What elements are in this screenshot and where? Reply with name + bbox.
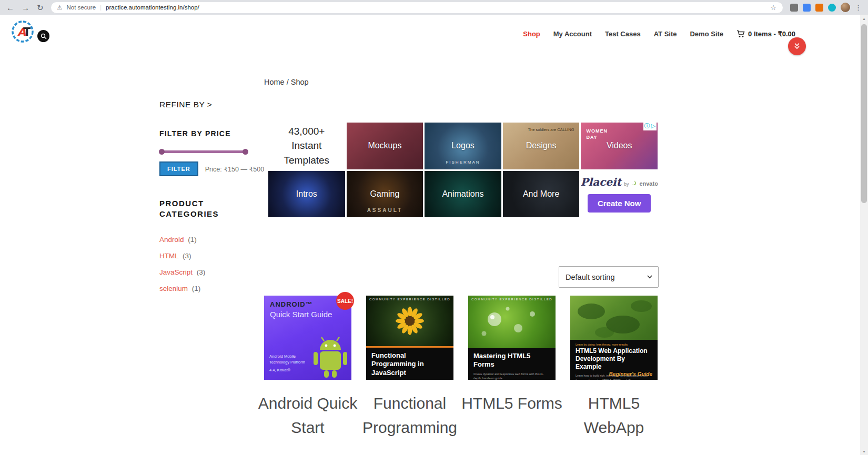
scroll-toggle-button[interactable]: [788, 37, 806, 55]
product-image[interactable]: Learn by doing: less theory, more result…: [570, 296, 658, 380]
cover-title: Mastering HTML5 Forms: [468, 348, 556, 371]
cover-title: Functional Programming in JavaScript: [366, 346, 453, 379]
ad-tile-label: Videos: [607, 141, 632, 150]
product-title[interactable]: Functional Programming: [355, 391, 465, 440]
cart-link[interactable]: 0 Items - ₹0.00: [736, 30, 795, 38]
ad-choices-icon[interactable]: ▷: [651, 123, 655, 129]
ad-tile-designs[interactable]: Designs The soldiers are CALLING: [503, 123, 580, 169]
scrollbar-thumb[interactable]: [861, 24, 867, 203]
nav-item-shop[interactable]: Shop: [523, 30, 540, 38]
bookmark-star-icon[interactable]: ☆: [770, 4, 776, 12]
scroll-up-arrow[interactable]: ▲: [860, 15, 868, 22]
ad-info-icon[interactable]: ⓘ: [644, 122, 650, 130]
security-label: Not secure: [66, 4, 96, 11]
price-slider-max-handle[interactable]: [243, 149, 248, 155]
price-slider-min-handle[interactable]: [159, 149, 165, 155]
product-image[interactable]: ANDROID™ Quick Start Guide Android Mobil…: [264, 296, 351, 380]
extensions-row: ⋮: [790, 3, 862, 12]
ad-tile-animations[interactable]: Animations: [425, 171, 501, 218]
cover-series: Community Experience Distilled: [366, 298, 453, 301]
category-item-selenium: selenium (1): [159, 280, 254, 297]
ad-tile-label: Logos: [451, 141, 475, 150]
cover-photo-sunflower: Community Experience Distilled: [366, 296, 453, 346]
ad-tile-label: Gaming: [370, 189, 399, 199]
breadcrumb-current: Shop: [291, 78, 309, 86]
cover-version: 4.4, KitKat®: [269, 368, 290, 372]
filter-button[interactable]: FILTER: [159, 161, 198, 176]
category-item-android: Android (1): [159, 231, 254, 248]
product-image[interactable]: Community Experience Distilled: [366, 296, 453, 380]
translate-icon[interactable]: [803, 4, 811, 12]
warning-icon: ⚠: [57, 4, 63, 11]
browser-menu-icon[interactable]: ⋮: [855, 4, 862, 12]
category-link-selenium[interactable]: selenium: [159, 285, 188, 292]
ad-choices-badges[interactable]: ⓘ ▷: [643, 122, 657, 130]
ad-tile-and-more[interactable]: And More: [503, 171, 580, 218]
nav-item-demo-site[interactable]: Demo Site: [690, 30, 723, 38]
ad-brand-tile[interactable]: Placeit by envato Create Now: [581, 171, 658, 218]
scroll-down-arrow[interactable]: ▼: [860, 448, 868, 455]
product-title[interactable]: HTML5 WebApp: [559, 391, 669, 440]
category-list: Android (1) HTML (3) JavaScript (3) sele…: [159, 231, 254, 297]
product-title[interactable]: Android Quick Start: [253, 391, 363, 440]
product-card-html5-webapp: Learn by doing: less theory, more result…: [570, 296, 658, 440]
category-count: (3): [197, 268, 206, 276]
envato-wordmark: envato: [639, 180, 658, 187]
double-chevron-down-icon: [793, 42, 801, 50]
browser-toolbar: ← → ↻ ⚠ Not secure | practice.automation…: [0, 0, 868, 15]
ad-tile-label: Intros: [296, 189, 317, 199]
product-title[interactable]: HTML5 Forms: [457, 391, 567, 416]
extension-icon[interactable]: [815, 4, 823, 12]
placeit-logo: Placeit by envato: [581, 176, 658, 188]
category-count: (1): [188, 236, 197, 244]
price-slider-track: [159, 150, 248, 153]
placeit-wordmark: Placeit: [581, 176, 621, 188]
category-link-html[interactable]: HTML: [159, 252, 178, 260]
sorting-select[interactable]: Default sorting: [559, 266, 659, 288]
cover-tagline: Learn by doing: less theory, more result…: [570, 340, 658, 347]
nav-item-my-account[interactable]: My Account: [553, 30, 592, 38]
chevron-down-icon: [647, 275, 652, 279]
site-logo[interactable]: A T: [11, 19, 35, 44]
back-icon[interactable]: ←: [6, 4, 14, 12]
product-card-functional-programming: Community Experience Distilled: [366, 296, 453, 440]
category-link-android[interactable]: Android: [159, 236, 184, 244]
ad-tile-gaming[interactable]: Gaming ASSAULT: [347, 171, 423, 218]
cover-brand: ANDROID™: [270, 300, 313, 308]
ad-decor-text: FISHERMAN: [425, 160, 501, 165]
price-range-label: Price: ₹150 — ₹500: [205, 165, 265, 173]
ad-tile-logos[interactable]: Logos FISHERMAN: [425, 123, 501, 169]
breadcrumb-home-link[interactable]: Home: [264, 78, 285, 86]
site-header: A T Shop My Account Test Cases AT Site D…: [0, 15, 860, 53]
search-icon: [41, 33, 47, 39]
category-link-javascript[interactable]: JavaScript: [159, 268, 193, 276]
forward-icon[interactable]: →: [22, 4, 29, 12]
product-image[interactable]: Community Experience Distilled Mastering…: [468, 296, 556, 380]
breadcrumb-separator: /: [285, 78, 291, 86]
search-button[interactable]: [37, 30, 49, 42]
ad-headline[interactable]: 43,000+ Instant Templates: [268, 123, 345, 169]
address-divider: |: [100, 4, 102, 11]
cover-series: Community Experience Distilled: [468, 298, 556, 301]
ad-tile-label: Animations: [442, 189, 483, 199]
extension-icon[interactable]: [790, 4, 798, 12]
cover-blurb: Unlock the powers of functional programm…: [366, 379, 453, 380]
ad-tile-intros[interactable]: Intros: [268, 171, 345, 218]
nav-item-at-site[interactable]: AT Site: [654, 30, 677, 38]
product-grid: SALE! ANDROID™ Quick Start Guide Android…: [264, 296, 658, 440]
ad-tile-label: Designs: [526, 141, 557, 150]
gear-logo-icon: A T: [11, 19, 35, 44]
refine-by-toggle[interactable]: REFINE BY >: [159, 100, 254, 109]
profile-avatar[interactable]: [841, 3, 850, 12]
cover-subtitle: Android Mobile Technology Platform: [269, 353, 314, 366]
category-item-javascript: JavaScript (3): [159, 264, 254, 280]
category-item-html: HTML (3): [159, 248, 254, 264]
ad-tile-mockups[interactable]: Mockups: [347, 123, 423, 169]
filter-row: FILTER Price: ₹150 — ₹500: [159, 161, 270, 176]
address-bar[interactable]: ⚠ Not secure | practice.automationtestin…: [51, 2, 783, 13]
extension-icon[interactable]: [828, 4, 836, 12]
create-now-button[interactable]: Create Now: [588, 194, 651, 213]
nav-item-test-cases[interactable]: Test Cases: [605, 30, 641, 38]
shop-sidebar: REFINE BY > FILTER BY PRICE FILTER Price…: [159, 100, 254, 297]
reload-icon[interactable]: ↻: [37, 4, 44, 12]
